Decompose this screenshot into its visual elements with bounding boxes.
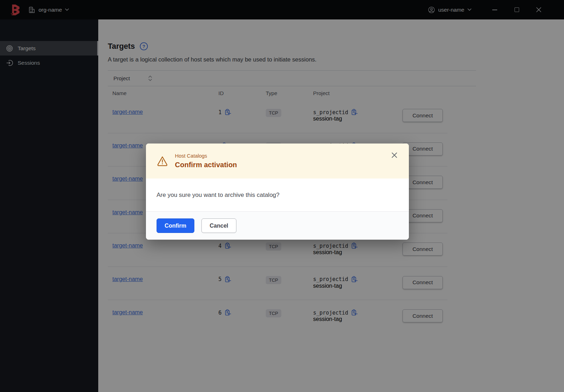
warning-triangle-icon [157, 156, 168, 166]
dialog-title: Confirm activation [175, 161, 237, 169]
dialog-close-icon[interactable] [391, 152, 398, 158]
dialog-eyebrow: Host Catalogs [175, 153, 237, 159]
confirm-dialog: Host Catalogs Confirm activation Are you… [146, 144, 409, 240]
dialog-body-text: Are you sure you want to archive this ca… [146, 179, 409, 211]
dialog-footer: Confirm Cancel [146, 211, 409, 240]
dialog-header: Host Catalogs Confirm activation [146, 144, 409, 179]
app-window: org-name user-name [0, 0, 564, 392]
cancel-button[interactable]: Cancel [201, 218, 236, 233]
confirm-button[interactable]: Confirm [157, 218, 194, 233]
